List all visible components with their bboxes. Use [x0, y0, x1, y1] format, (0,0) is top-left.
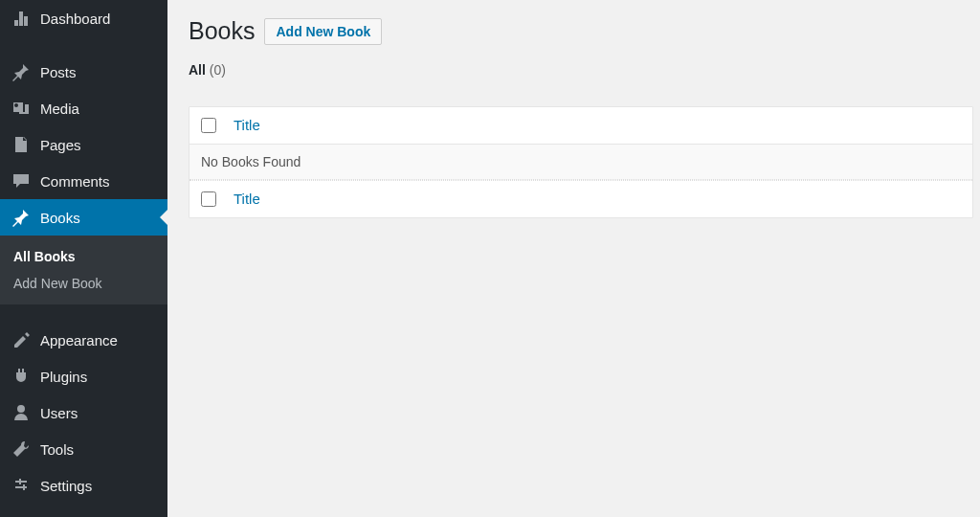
- select-all-checkbox-top[interactable]: [201, 118, 216, 133]
- user-icon: [11, 403, 31, 422]
- appearance-icon: [11, 330, 31, 349]
- filter-all-count: (0): [210, 62, 226, 78]
- sidebar-item-pages[interactable]: Pages: [0, 126, 167, 163]
- media-icon: [11, 99, 31, 118]
- sidebar-item-media[interactable]: Media: [0, 90, 167, 126]
- select-all-checkbox-bottom[interactable]: [201, 191, 216, 207]
- sidebar-item-label: Tools: [40, 441, 74, 458]
- settings-icon: [11, 476, 31, 495]
- admin-sidebar: Dashboard Posts Media Pages Comments Boo…: [0, 0, 167, 517]
- column-header-title[interactable]: Title: [234, 117, 260, 133]
- table-header-row: Title: [189, 107, 972, 145]
- sidebar-submenu-books: All Books Add New Book: [0, 236, 167, 304]
- sidebar-item-label: Posts: [40, 64, 77, 80]
- sidebar-item-dashboard[interactable]: Dashboard: [0, 0, 167, 36]
- plugin-icon: [11, 367, 31, 386]
- sidebar-item-label: Plugins: [40, 369, 87, 385]
- page-header: Books Add New Book: [189, 17, 980, 45]
- pin-icon: [11, 208, 31, 227]
- submenu-item-add-new-book[interactable]: Add New Book: [0, 270, 167, 297]
- sidebar-item-comments[interactable]: Comments: [0, 163, 167, 199]
- sidebar-item-plugins[interactable]: Plugins: [0, 358, 167, 394]
- sidebar-item-appearance[interactable]: Appearance: [0, 322, 167, 358]
- sidebar-item-settings[interactable]: Settings: [0, 467, 167, 504]
- page-title: Books: [189, 17, 255, 45]
- sidebar-item-posts[interactable]: Posts: [0, 54, 167, 90]
- dashboard-icon: [11, 9, 31, 28]
- column-footer-title[interactable]: Title: [234, 191, 260, 207]
- sidebar-item-label: Users: [40, 405, 78, 421]
- submenu-item-all-books[interactable]: All Books: [0, 243, 167, 270]
- comment-icon: [11, 171, 31, 191]
- filter-all-label: All: [189, 62, 206, 78]
- tool-icon: [11, 439, 31, 459]
- sidebar-item-label: Dashboard: [40, 11, 110, 27]
- sidebar-item-label: Media: [40, 101, 79, 117]
- sidebar-item-label: Appearance: [40, 332, 118, 348]
- page-icon: [11, 135, 31, 154]
- sidebar-item-users[interactable]: Users: [0, 394, 167, 431]
- sidebar-item-tools[interactable]: Tools: [0, 431, 167, 467]
- table-empty-row: No Books Found: [189, 145, 972, 180]
- table-footer-row: Title: [189, 180, 972, 217]
- sidebar-item-label: Books: [40, 210, 80, 226]
- sidebar-item-books[interactable]: Books: [0, 199, 167, 236]
- posts-table: Title No Books Found Title: [189, 106, 973, 218]
- sidebar-item-label: Pages: [40, 137, 81, 153]
- sidebar-item-label: Settings: [40, 478, 92, 494]
- add-new-button[interactable]: Add New Book: [264, 18, 382, 45]
- main-content: Books Add New Book All (0) Title No Book…: [167, 0, 980, 517]
- list-filters: All (0): [189, 62, 980, 78]
- sidebar-item-label: Comments: [40, 173, 110, 190]
- pin-icon: [11, 62, 31, 81]
- filter-all-link[interactable]: All (0): [189, 62, 226, 78]
